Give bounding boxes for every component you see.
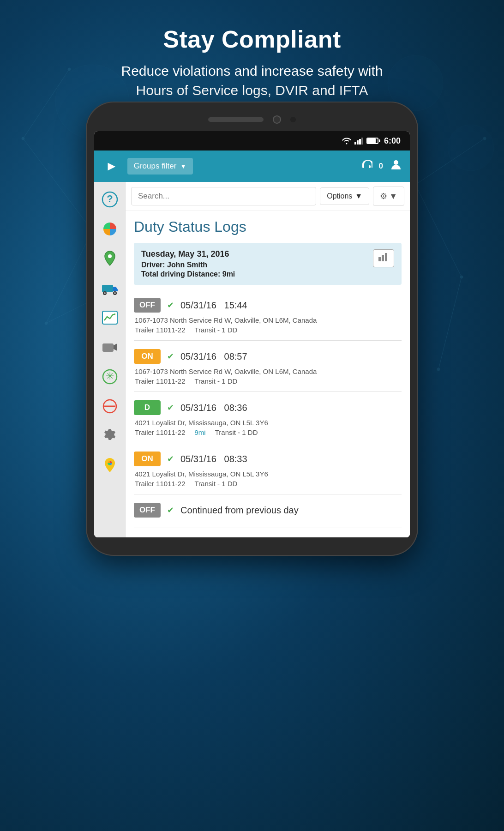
signal-icon xyxy=(354,137,364,145)
log-datetime: 05/31/16 08:57 xyxy=(180,351,247,362)
log-details: Trailer 11011-22 9mi Transit - 1 DD xyxy=(135,428,402,436)
status-icons xyxy=(342,137,378,145)
headset-icon[interactable] xyxy=(360,159,372,173)
log-entry-header: OFF ✔ Continued from previous day xyxy=(134,503,402,518)
sidebar-item-stop[interactable] xyxy=(96,392,124,420)
sidebar-item-widget[interactable]: ✳ xyxy=(96,363,124,391)
sidebar-item-map[interactable] xyxy=(96,245,124,272)
options-label: Options xyxy=(327,192,352,200)
log-entry-header: ON ✔ 05/31/16 08:33 xyxy=(134,452,402,466)
log-location: 4021 Loyalist Dr, Mississauga, ON L5L 3Y… xyxy=(135,470,402,478)
svg-rect-22 xyxy=(361,138,363,145)
view-chart-button[interactable] xyxy=(373,249,394,267)
search-bar: Options ▼ ⚙ ▼ xyxy=(126,182,410,211)
verified-icon: ✔ xyxy=(167,454,174,464)
svg-rect-21 xyxy=(359,139,361,145)
log-trip: Transit - 1 DD xyxy=(195,377,238,385)
svg-rect-36 xyxy=(102,343,114,352)
svg-rect-44 xyxy=(382,255,384,261)
status-badge-on: ON xyxy=(134,349,161,364)
driver-name: John Smith xyxy=(167,261,207,269)
log-details: Trailer 11011-22 Transit - 1 DD xyxy=(135,480,402,488)
log-group-driver: Driver: John Smith xyxy=(141,261,235,269)
back-button[interactable]: ► xyxy=(102,157,122,175)
status-time: 6:00 xyxy=(384,136,401,146)
status-badge-d: D xyxy=(134,400,161,415)
status-badge-on: ON xyxy=(134,452,161,466)
header-icons: 0 xyxy=(360,158,402,175)
status-badge-off: OFF xyxy=(134,298,161,313)
sidebar-item-help[interactable]: ? xyxy=(96,186,124,213)
svg-text:✳: ✳ xyxy=(106,370,114,382)
phone-camera xyxy=(273,115,281,124)
svg-point-13 xyxy=(460,276,463,278)
sidebar-item-reports[interactable] xyxy=(96,215,124,243)
groups-filter-button[interactable]: Groups filter ▼ xyxy=(127,158,193,175)
verified-icon: ✔ xyxy=(167,300,174,310)
svg-rect-23 xyxy=(362,165,364,168)
log-trailer: Trailer 11011-22 xyxy=(135,480,186,488)
log-trip: Transit - 1 DD xyxy=(195,326,238,334)
log-location: 1067-1073 North Service Rd W, Oakville, … xyxy=(135,367,402,375)
sidebar-item-chart[interactable] xyxy=(96,304,124,331)
phone-screen: 6:00 ► Groups filter ▼ xyxy=(94,131,410,537)
sidebar-item-maps[interactable] xyxy=(96,452,124,479)
app-header: ► Groups filter ▼ 0 xyxy=(94,151,410,182)
distance-value: 9mi xyxy=(222,270,235,278)
gear-settings-button[interactable]: ⚙ ▼ xyxy=(373,187,404,206)
options-button[interactable]: Options ▼ xyxy=(320,187,369,205)
phone-sensor xyxy=(290,117,296,122)
svg-rect-20 xyxy=(357,140,359,145)
log-entry-header: ON ✔ 05/31/16 08:57 xyxy=(134,349,402,364)
log-details: Trailer 11011-22 Transit - 1 DD xyxy=(135,326,402,334)
svg-text:?: ? xyxy=(107,193,113,205)
log-entry: OFF ✔ Continued from previous day xyxy=(134,496,402,528)
log-entry-header: OFF ✔ 05/31/16 15:44 xyxy=(134,298,402,313)
log-details: Trailer 11011-22 Transit - 1 DD xyxy=(135,377,402,385)
sidebar: ? xyxy=(94,182,126,537)
svg-point-14 xyxy=(437,368,440,371)
phone-device: 6:00 ► Groups filter ▼ xyxy=(86,102,418,556)
driver-label: Driver: xyxy=(141,261,165,269)
log-entry: D ✔ 05/31/16 08:36 4021 Loyalist Dr, Mis… xyxy=(134,394,402,443)
verified-icon: ✔ xyxy=(167,403,174,413)
sidebar-item-truck[interactable] xyxy=(96,274,124,302)
gear-dropdown-icon: ▼ xyxy=(389,192,397,201)
user-profile-icon[interactable] xyxy=(390,158,402,175)
distance-label: Total driving Distance: xyxy=(141,270,220,278)
promo-section: Stay Compliant Reduce violations and inc… xyxy=(0,0,504,114)
log-group-date: Tuesday, May 31, 2016 xyxy=(141,249,235,259)
svg-point-9 xyxy=(45,322,48,325)
log-continued: Continued from previous day xyxy=(180,505,299,516)
gear-icon: ⚙ xyxy=(380,191,387,201)
svg-line-1 xyxy=(46,231,92,323)
log-datetime: 05/31/16 08:33 xyxy=(180,454,247,464)
verified-icon: ✔ xyxy=(167,351,174,361)
search-input[interactable] xyxy=(131,187,316,205)
verified-icon: ✔ xyxy=(167,505,174,515)
main-panel: Options ▼ ⚙ ▼ Duty Status Logs xyxy=(126,182,410,537)
svg-line-0 xyxy=(23,138,92,231)
page-title: Duty Status Logs xyxy=(134,218,402,235)
svg-rect-45 xyxy=(385,253,387,261)
battery-fill xyxy=(367,138,376,143)
log-trip: Transit - 1 DD xyxy=(195,480,238,488)
content-area: Duty Status Logs Tuesday, May 31, 2016 D… xyxy=(126,211,410,537)
svg-point-18 xyxy=(448,125,494,171)
sidebar-item-settings[interactable] xyxy=(96,422,124,450)
sidebar-item-camera[interactable] xyxy=(96,333,124,361)
log-group-distance: Total driving Distance: 9mi xyxy=(141,270,235,278)
svg-point-29 xyxy=(108,254,112,258)
promo-subtitle: Reduce violations and increase safety wi… xyxy=(37,61,467,100)
log-entries-list: OFF ✔ 05/31/16 15:44 1067-1073 North Ser… xyxy=(134,291,402,528)
status-bar: 6:00 xyxy=(94,131,410,151)
svg-point-32 xyxy=(104,292,106,294)
svg-rect-19 xyxy=(354,142,356,145)
log-trailer: Trailer 11011-22 xyxy=(135,428,186,436)
svg-point-34 xyxy=(114,292,116,294)
phone-shell: 6:00 ► Groups filter ▼ xyxy=(86,102,418,556)
log-location: 4021 Loyalist Dr, Mississauga, ON L5L 3Y… xyxy=(135,419,402,427)
log-entry: ON ✔ 05/31/16 08:57 1067-1073 North Serv… xyxy=(134,343,402,392)
svg-rect-24 xyxy=(369,165,371,168)
log-entry: ON ✔ 05/31/16 08:33 4021 Loyalist Dr, Mi… xyxy=(134,445,402,494)
